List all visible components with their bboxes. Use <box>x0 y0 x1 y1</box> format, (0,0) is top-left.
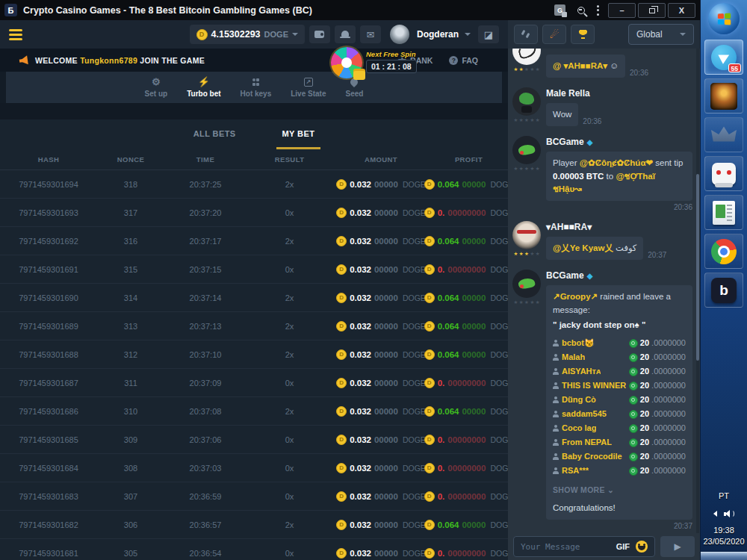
settings-tab-keys[interactable]: Hot keys <box>241 77 272 98</box>
chat-username[interactable]: 乂Ye Kyaw乂 <box>546 49 692 50</box>
table-row[interactable]: 797145930168731120:37:090xD0.03200000DOG… <box>0 369 508 397</box>
chat-messages[interactable]: ★★★★★@Btcmagnifier پشت سیستم نشسته راحت … <box>508 49 700 533</box>
chat-username[interactable]: Male Rella <box>546 88 692 99</box>
taskbar-app-game[interactable] <box>704 78 743 113</box>
chat-channel-select[interactable]: Global <box>628 24 694 45</box>
table-row[interactable]: 797145930168130520:36:540xD0.03200000DOG… <box>0 539 508 560</box>
taskbar-app-document[interactable] <box>704 195 743 230</box>
table-row[interactable]: 797145930168330720:36:590xD0.03200000DOG… <box>0 482 508 511</box>
settings-tab-gear[interactable]: ⚙Set up <box>145 77 168 98</box>
recipient-name[interactable]: AISYAHᴛᴀ <box>553 365 601 378</box>
volume-icon[interactable] <box>724 509 735 518</box>
table-row[interactable]: 797145930169131520:37:150xD0.03200000DOG… <box>0 255 508 284</box>
user-mention[interactable]: @✿Ȼôηȼ✿Ȼhúα❤ <box>580 158 653 167</box>
messages-button[interactable]: ✉ <box>360 25 381 43</box>
recipient-name[interactable]: From NEPAL <box>553 436 612 449</box>
table-row[interactable]: 797145930168631020:37:082xD0.03200000DOG… <box>0 397 508 426</box>
chat-input[interactable]: Your Message GIF <box>513 536 655 557</box>
person-icon <box>553 368 559 375</box>
tray-clock[interactable]: 19:38 <box>713 526 734 535</box>
minimize-button[interactable]: – <box>608 3 636 18</box>
zoom-search-icon[interactable] <box>577 7 585 14</box>
taskbar-app-telegram[interactable]: 55 <box>704 40 743 75</box>
avatar[interactable] <box>512 136 541 164</box>
settings-tab-bolt[interactable]: ⚡Turbo bet <box>187 77 220 98</box>
doge-coin-icon: D <box>196 29 208 40</box>
show-more-button[interactable]: SHOW MORE ⌄ <box>553 485 686 497</box>
recipient-name[interactable]: RSA*** <box>553 464 589 477</box>
table-row[interactable]: 797145930168430820:37:030xD0.03200000DOG… <box>0 454 508 482</box>
recipient-name[interactable]: Baby Crocodile <box>553 450 622 463</box>
person-icon <box>553 425 559 432</box>
tab-my-bet[interactable]: MY BET <box>276 119 321 149</box>
welcome-username: Tungkonn6789 <box>80 56 137 65</box>
contest-button[interactable] <box>571 25 595 44</box>
balance-selector[interactable]: D 4.15302293 DOGE <box>190 25 305 44</box>
table-row[interactable]: 797145930168530920:37:060xD0.03200000DOG… <box>0 426 508 454</box>
wallet-button[interactable] <box>309 25 330 43</box>
taskbar-app-bcgame[interactable]: b <box>704 273 743 308</box>
recipient-name[interactable]: saddam545 <box>553 408 607 420</box>
table-row[interactable]: 797145930169231620:37:172xD0.03200000DOG… <box>0 227 508 255</box>
recipient-name[interactable]: Coco lag <box>553 422 596 435</box>
cell-profit: D0.00000000DOGE <box>430 378 508 388</box>
user-mention[interactable]: ↗Groopy↗ <box>553 292 598 301</box>
settings-tab-seed[interactable]: Seed <box>345 77 363 98</box>
chat-username[interactable]: BCGame◆ <box>546 137 692 147</box>
send-button[interactable]: ▶ <box>660 536 695 557</box>
rain-button[interactable] <box>514 25 538 44</box>
restore-button[interactable] <box>638 3 666 18</box>
menu-kebab-icon[interactable] <box>597 5 599 16</box>
table-row[interactable]: 797145930168931320:37:132xD0.03200000DOG… <box>0 312 508 340</box>
chat-collapse-button[interactable]: ◪ <box>478 25 499 43</box>
faq-link[interactable]: ?FAQ <box>449 56 478 65</box>
tray-date[interactable]: 23/05/2020 <box>703 537 744 546</box>
recipient-name[interactable]: THIS IS WINNER <box>553 379 626 392</box>
avatar[interactable] <box>512 270 541 298</box>
avatar[interactable] <box>512 49 541 65</box>
cell-hash: 7971459301685 <box>0 435 97 444</box>
recipient-name[interactable]: Malah <box>553 351 585 364</box>
hidden-icons-arrow[interactable] <box>713 511 717 517</box>
close-button[interactable]: X <box>668 3 695 18</box>
fireball-button[interactable]: ☄ <box>542 25 566 44</box>
table-row[interactable]: 797145930168831220:37:102xD0.03200000DOG… <box>0 340 508 369</box>
chat-scrollbar-thumb[interactable] <box>696 174 699 361</box>
free-spin-widget[interactable]: Next Free Spin 01 : 21 : 08 <box>331 47 417 78</box>
translate-icon[interactable]: G <box>554 4 565 16</box>
avatar[interactable] <box>512 87 541 116</box>
start-button[interactable] <box>708 3 740 34</box>
star-icon: ★ <box>513 300 518 305</box>
chat-bubble: Wow <box>546 103 578 126</box>
chat-username[interactable]: BCGame◆ <box>546 270 692 281</box>
user-mention[interactable]: @乂Ye Kyaw乂 <box>553 243 613 252</box>
emoji-button[interactable] <box>636 541 648 553</box>
avatar[interactable] <box>512 221 541 249</box>
notifications-button[interactable] <box>335 25 356 43</box>
rain-recipient-row: THIS IS WINNER20.0000000 <box>553 379 686 393</box>
user-avatar[interactable] <box>390 25 409 44</box>
cell-profit: D0.06400000DOGE <box>430 520 508 530</box>
bolt-icon: ⚡ <box>198 77 210 87</box>
gif-button[interactable]: GIF <box>616 542 630 551</box>
table-row[interactable]: 797145930169431820:37:252xD0.03200000DOG… <box>0 170 508 199</box>
taskbar-app-crown[interactable] <box>704 117 743 152</box>
cell-nonce: 314 <box>97 293 164 302</box>
table-row[interactable]: 797145930169331720:37:200xD0.03200000DOG… <box>0 199 508 227</box>
table-row[interactable]: 797145930168230620:36:572xD0.03200000DOG… <box>0 511 508 539</box>
tab-all-bets[interactable]: ALL BETS <box>187 119 242 149</box>
recipient-name[interactable]: Dũng Cò <box>553 393 596 406</box>
taskbar-app-chrome[interactable] <box>704 234 743 269</box>
chat-username[interactable]: ▾AH■■RA▾ <box>546 222 692 232</box>
language-indicator[interactable]: PT <box>719 491 729 500</box>
recipient-name[interactable]: bcbot😼 <box>553 337 595 349</box>
hamburger-menu-icon[interactable] <box>9 29 22 40</box>
taskbar-app-robot[interactable] <box>704 156 743 191</box>
doge-coin-icon: D <box>336 349 347 360</box>
user-mention[interactable]: @ ▾AH■■RA▾ <box>553 61 607 70</box>
show-desktop-button[interactable] <box>701 552 747 560</box>
table-row[interactable]: 797145930169031420:37:142xD0.03200000DOG… <box>0 284 508 312</box>
settings-tab-live[interactable]: ↗Live State <box>291 77 326 98</box>
user-name[interactable]: Dogderan <box>417 29 459 40</box>
spin-wheel-icon[interactable] <box>331 47 362 78</box>
